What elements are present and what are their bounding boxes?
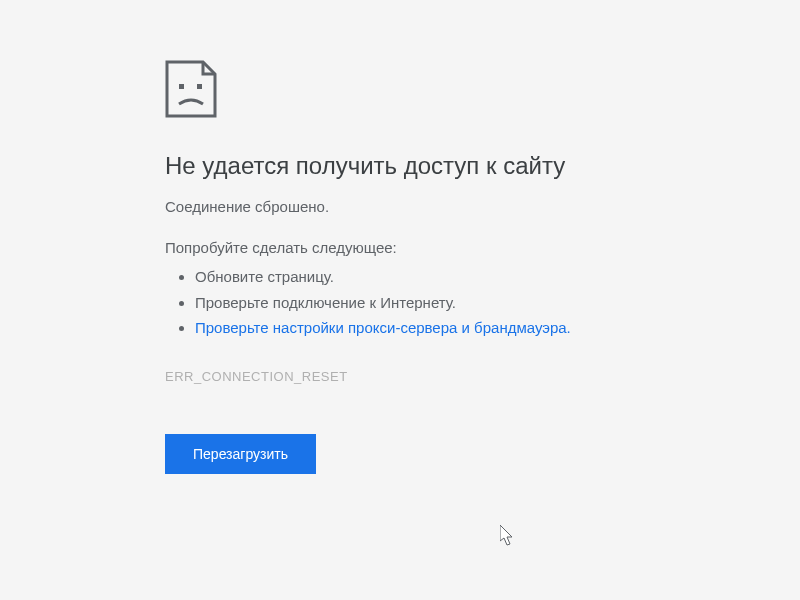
svg-rect-0 — [179, 84, 184, 89]
sad-page-icon — [165, 60, 800, 122]
suggestions-list: Обновите страницу. Проверьте подключение… — [165, 264, 800, 341]
cursor-icon — [500, 525, 516, 551]
error-title: Не удается получить доступ к сайту — [165, 152, 800, 180]
error-subtitle: Соединение сброшено. — [165, 198, 800, 215]
suggestions-label: Попробуйте сделать следующее: — [165, 239, 800, 256]
svg-rect-1 — [197, 84, 202, 89]
suggestion-item: Проверьте настройки прокси-сервера и бра… — [195, 315, 800, 341]
error-code: ERR_CONNECTION_RESET — [165, 369, 800, 384]
suggestion-item: Проверьте подключение к Интернету. — [195, 290, 800, 316]
reload-button[interactable]: Перезагрузить — [165, 434, 316, 474]
suggestion-item: Обновите страницу. — [195, 264, 800, 290]
proxy-settings-link[interactable]: Проверьте настройки прокси-сервера и бра… — [195, 319, 571, 336]
